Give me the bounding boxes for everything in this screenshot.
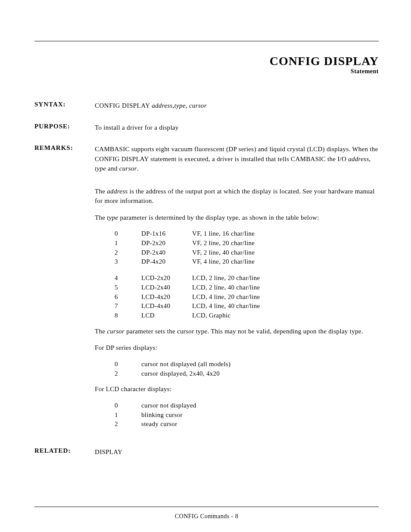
remarks-section: REMARKS: CAMBASIC supports eight vacuum … <box>34 144 379 435</box>
type-desc: LCD, 4 line, 40 char/line <box>192 302 379 311</box>
type-model: LCD-4x20 <box>141 292 192 302</box>
type-table: 0 DP-1x16 VF, 1 line, 16 char/line 1 DP-… <box>115 229 379 320</box>
syntax-command: CONFIG DISPLAY <box>95 102 152 109</box>
type-desc: LCD, 4 line, 20 char/line <box>192 292 379 302</box>
text-italic: address <box>107 188 128 195</box>
table-row: 4 LCD-2x20 LCD, 2 line, 20 char/line <box>115 274 379 283</box>
type-num: 0 <box>115 229 141 239</box>
text: The <box>95 188 107 195</box>
page-footer: CONFIG Commands - 8 <box>34 507 379 520</box>
title-block: CONFIG DISPLAY Statement <box>34 54 379 75</box>
text: CAMBASIC supports eight vacuum fluoresce… <box>95 146 378 162</box>
type-model: LCD-2x20 <box>141 274 192 283</box>
remarks-body: CAMBASIC supports eight vacuum fluoresce… <box>95 144 379 435</box>
table-row: 1 blinking cursor <box>115 411 379 420</box>
cursor-num: 1 <box>115 411 141 420</box>
page-subtitle: Statement <box>34 68 379 75</box>
cursor-desc: steady cursor <box>141 420 379 429</box>
type-desc: LCD, 2 line, 20 char/line <box>192 274 379 283</box>
type-desc: LCD, Graphic <box>192 311 379 320</box>
type-model: DP-1x16 <box>141 229 192 239</box>
type-desc: VF, 2 line, 40 char/line <box>192 248 379 258</box>
type-model: LCD-4x40 <box>141 302 192 311</box>
type-model: LCD-2x40 <box>141 283 192 292</box>
text: parameter sets the cursor type. This may… <box>125 328 363 335</box>
remarks-para1: CAMBASIC supports eight vacuum fluoresce… <box>95 144 379 174</box>
type-desc: LCD, 2 line, 40 char/line <box>192 283 379 292</box>
purpose-section: PURPOSE: To install a driver for a displ… <box>34 123 379 133</box>
type-desc: VF, 1 line, 16 char/line <box>192 229 379 239</box>
table-row: 2 steady cursor <box>115 420 379 429</box>
text: and <box>106 165 119 172</box>
table-row: 0 cursor not displayed (all models) <box>115 360 379 369</box>
top-rule <box>34 41 379 41</box>
table-row: 6 LCD-4x20 LCD, 4 line, 20 char/line <box>115 292 379 302</box>
type-num: 7 <box>115 302 141 311</box>
cursor-desc: blinking cursor <box>141 411 379 420</box>
remarks-para5: For DP series displays: <box>95 343 379 353</box>
syntax-label: SYNTAX: <box>34 101 95 111</box>
type-num: 3 <box>115 257 141 267</box>
remarks-label: REMARKS: <box>34 144 95 435</box>
type-num: 8 <box>115 311 141 320</box>
type-desc: VF, 2 line, 20 char/line <box>192 239 379 248</box>
lcd-cursor-table: 0 cursor not displayed 1 blinking cursor… <box>115 401 379 429</box>
table-row: 2 DP-2x40 VF, 2 line, 40 char/line <box>115 248 379 258</box>
text: parameter is determined by the display t… <box>118 214 319 221</box>
remarks-para4: The cursor parameter sets the cursor typ… <box>95 327 379 336</box>
text: is the address of the output port at whi… <box>95 188 375 205</box>
related-body: DISPLAY <box>95 447 379 457</box>
type-desc: VF, 4 line, 20 char/line <box>192 257 379 267</box>
syntax-args: address,type, cursor <box>152 102 207 109</box>
table-row: 1 DP-2x20 VF, 2 line, 20 char/line <box>115 239 379 248</box>
type-num: 5 <box>115 283 141 292</box>
table-row: 3 DP-4x20 VF, 4 line, 20 char/line <box>115 257 379 267</box>
syntax-body: CONFIG DISPLAY address,type, cursor <box>95 101 379 111</box>
remarks-para2: The address is the address of the output… <box>95 187 379 206</box>
page-title: CONFIG DISPLAY <box>34 54 379 68</box>
type-num: 4 <box>115 274 141 283</box>
type-num: 6 <box>115 292 141 302</box>
cursor-desc: cursor not displayed <box>141 401 379 411</box>
cursor-num: 2 <box>115 420 141 429</box>
text-italic: cursor <box>119 165 137 172</box>
cursor-num: 0 <box>115 360 141 369</box>
cursor-desc: cursor not displayed (all models) <box>141 360 379 369</box>
text-italic: cursor <box>107 328 125 335</box>
type-model: LCD <box>141 311 192 320</box>
table-row: 8 LCD LCD, Graphic <box>115 311 379 320</box>
dp-cursor-table: 0 cursor not displayed (all models) 2 cu… <box>115 360 379 379</box>
text: . <box>137 165 139 172</box>
text: The <box>95 214 107 221</box>
related-label: RELATED: <box>34 447 95 457</box>
type-model: DP-4x20 <box>141 257 192 267</box>
type-num: 2 <box>115 248 141 258</box>
table-row: 0 cursor not displayed <box>115 401 379 411</box>
purpose-body: To install a driver for a display <box>95 123 379 133</box>
purpose-label: PURPOSE: <box>34 123 95 133</box>
table-row: 7 LCD-4x40 LCD, 4 line, 40 char/line <box>115 302 379 311</box>
text: The <box>95 328 107 335</box>
type-num: 1 <box>115 239 141 248</box>
type-model: DP-2x40 <box>141 248 192 258</box>
syntax-section: SYNTAX: CONFIG DISPLAY address,type, cur… <box>34 101 379 111</box>
related-section: RELATED: DISPLAY <box>34 447 379 457</box>
type-model: DP-2x20 <box>141 239 192 248</box>
table-row: 0 DP-1x16 VF, 1 line, 16 char/line <box>115 229 379 239</box>
footer-text: CONFIG Commands - 8 <box>34 513 379 520</box>
remarks-para3: The type parameter is determined by the … <box>95 213 379 223</box>
cursor-desc: cursor displayed, 2x40, 4x20 <box>141 369 379 379</box>
cursor-num: 0 <box>115 401 141 411</box>
cursor-num: 2 <box>115 369 141 379</box>
text-italic: type <box>107 214 118 221</box>
bottom-rule <box>34 507 379 507</box>
table-row: 2 cursor displayed, 2x40, 4x20 <box>115 369 379 379</box>
table-row: 5 LCD-2x40 LCD, 2 line, 40 char/line <box>115 283 379 292</box>
remarks-para6: For LCD character displays: <box>95 384 379 394</box>
